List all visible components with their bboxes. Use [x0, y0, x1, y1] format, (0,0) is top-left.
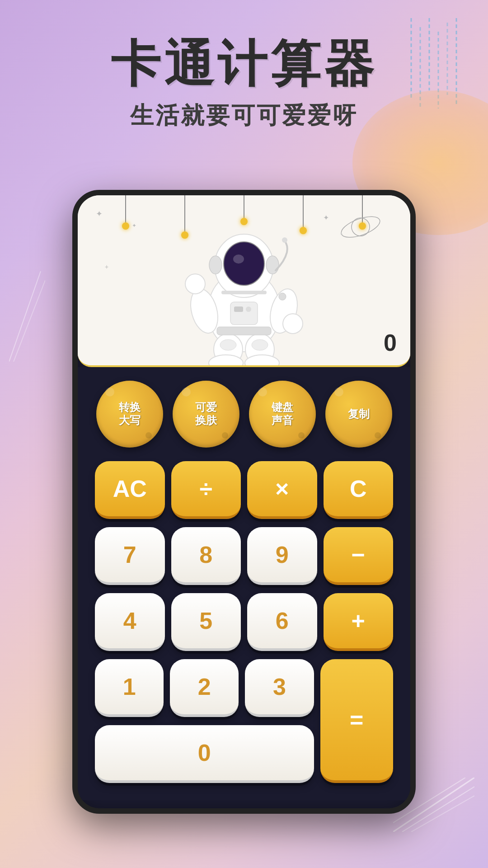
label-9: 9 — [276, 541, 289, 568]
svg-point-25 — [246, 307, 251, 312]
copy-button[interactable]: 复制 — [325, 381, 392, 448]
astronaut-display: ✦ ✦ + + ✦ — [78, 195, 410, 365]
svg-point-33 — [209, 256, 222, 274]
plus-button[interactable]: + — [324, 593, 394, 651]
minus-label: − — [352, 541, 365, 568]
row-123: 1 2 3 — [95, 659, 314, 717]
row-789: 7 8 9 − — [91, 527, 397, 585]
label-2: 2 — [198, 673, 211, 700]
btn-9[interactable]: 9 — [247, 527, 317, 585]
keyboard-sound-label: 键盘声音 — [272, 401, 293, 427]
svg-point-34 — [266, 256, 279, 274]
svg-point-36 — [279, 293, 286, 300]
svg-point-13 — [339, 212, 383, 242]
operator-row: AC ÷ × C — [91, 461, 397, 519]
svg-rect-32 — [217, 327, 271, 335]
btn-8[interactable]: 8 — [171, 527, 241, 585]
cute-skin-label: 可爱换肤 — [195, 401, 217, 427]
svg-rect-23 — [230, 302, 258, 325]
label-6: 6 — [276, 607, 289, 634]
btn-6[interactable]: 6 — [247, 593, 317, 651]
keyboard-sound-button[interactable]: 键盘声音 — [249, 381, 316, 448]
label-1: 1 — [123, 673, 136, 700]
multiply-label: × — [275, 475, 289, 502]
svg-line-11 — [14, 280, 45, 362]
astronaut-image — [167, 212, 321, 365]
svg-rect-24 — [234, 307, 243, 312]
btn-0[interactable]: 0 — [95, 725, 314, 783]
bottom-rows: 1 2 3 0 — [91, 659, 397, 783]
btn-1[interactable]: 1 — [95, 659, 164, 717]
divide-label: ÷ — [199, 475, 212, 502]
display-number: 0 — [384, 329, 397, 356]
row-0: 0 — [95, 725, 314, 783]
subtitle: 生活就要可可爱爱呀 — [0, 100, 488, 132]
multiply-button[interactable]: × — [247, 461, 317, 519]
svg-point-16 — [224, 242, 264, 285]
ac-button[interactable]: AC — [95, 461, 165, 519]
label-3: 3 — [273, 673, 286, 700]
svg-point-35 — [282, 237, 287, 243]
btn-5[interactable]: 5 — [171, 593, 241, 651]
minus-button[interactable]: − — [324, 527, 394, 585]
btn-7[interactable]: 7 — [95, 527, 165, 585]
svg-line-8 — [411, 796, 474, 832]
svg-point-31 — [252, 340, 268, 350]
ac-label: AC — [113, 475, 147, 502]
label-0: 0 — [198, 739, 211, 766]
svg-rect-18 — [221, 291, 267, 294]
convert-case-button[interactable]: 转换大写 — [96, 381, 163, 448]
equals-button[interactable]: = — [320, 659, 394, 783]
plus-label: + — [352, 607, 365, 634]
equals-col: = — [320, 659, 394, 783]
cute-skin-button[interactable]: 可爱换肤 — [173, 381, 239, 448]
divide-button[interactable]: ÷ — [171, 461, 241, 519]
svg-line-10 — [9, 271, 41, 362]
label-8: 8 — [199, 541, 212, 568]
moon-buttons-row: 转换大写 可爱换肤 键盘声音 复制 — [91, 376, 397, 452]
clear-label: C — [350, 475, 367, 502]
label-7: 7 — [123, 541, 136, 568]
phone-frame: ✦ ✦ + + ✦ — [72, 190, 416, 814]
buttons-area: 转换大写 可爱换肤 键盘声音 复制 AC ÷ × C — [78, 367, 410, 800]
svg-point-30 — [220, 340, 236, 350]
label-5: 5 — [199, 607, 212, 634]
btn-4[interactable]: 4 — [95, 593, 165, 651]
btn-3[interactable]: 3 — [245, 659, 314, 717]
planet-decoration — [338, 204, 383, 250]
label-4: 4 — [123, 607, 136, 634]
svg-point-21 — [185, 274, 205, 294]
convert-case-label: 转换大写 — [119, 401, 141, 427]
title-section: 卡通计算器 生活就要可可爱爱呀 — [0, 36, 488, 132]
svg-point-22 — [283, 314, 303, 334]
copy-label: 复制 — [348, 408, 370, 421]
calculator-display: ✦ ✦ + + ✦ — [78, 195, 410, 367]
main-title: 卡通计算器 — [0, 36, 488, 91]
clear-button[interactable]: C — [324, 461, 394, 519]
num-col: 1 2 3 0 — [95, 659, 314, 783]
row-456: 4 5 6 + — [91, 593, 397, 651]
btn-2[interactable]: 2 — [170, 659, 239, 717]
equals-label: = — [350, 706, 363, 733]
svg-point-17 — [233, 255, 244, 264]
